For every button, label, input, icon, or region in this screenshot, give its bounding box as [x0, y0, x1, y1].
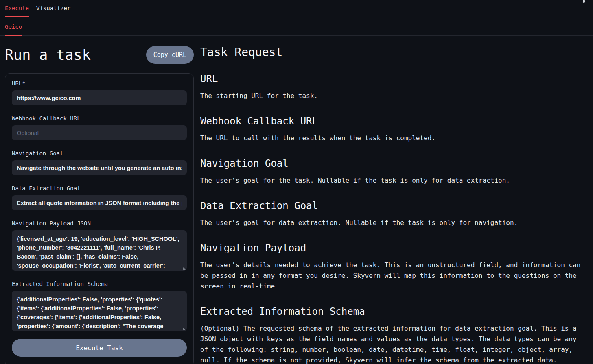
field-webhook-callback-url: Webhook Callback URL	[12, 115, 187, 140]
extracted-information-schema-textarea[interactable]: {'additionalProperties': False, 'propert…	[12, 291, 187, 331]
navigation-payload-json-textarea[interactable]: {'licensed_at_age': 19, 'education_level…	[12, 230, 187, 271]
url-label: URL*	[12, 80, 187, 87]
resize-handle-icon[interactable]	[183, 327, 186, 330]
doc-navigation-payload-heading: Navigation Payload	[200, 242, 586, 254]
field-navigation-goal: Navigation Goal	[12, 150, 187, 175]
doc-section-url: URL The starting URL for the task.	[200, 73, 586, 101]
run-task-panel: Run a task Copy cURL URL* Webhook Callba…	[5, 36, 194, 364]
navigation-goal-input[interactable]	[12, 160, 187, 175]
doc-navigation-goal-body: The user's goal for the task. Nullable i…	[200, 175, 586, 186]
task-form-card: URL* Webhook Callback URL Navigation Goa…	[5, 73, 194, 364]
doc-data-extraction-goal-heading: Data Extraction Goal	[200, 200, 586, 211]
tab-geico[interactable]: Geico	[5, 24, 22, 36]
main-tab-bar: Execute Visualizer	[0, 0, 593, 17]
scrollbar-thumb[interactable]	[583, 0, 585, 3]
execute-task-button[interactable]: Execute Task	[12, 339, 187, 357]
copy-curl-button[interactable]: Copy cURL	[146, 46, 194, 64]
webhook-callback-url-label: Webhook Callback URL	[12, 115, 187, 122]
doc-data-extraction-goal-body: The user's goal for data extraction. Nul…	[200, 218, 586, 228]
resize-handle-icon[interactable]	[183, 267, 186, 270]
field-navigation-payload-json: Navigation Payload JSON {'licensed_at_ag…	[12, 220, 187, 271]
doc-navigation-goal-heading: Navigation Goal	[200, 158, 586, 169]
doc-url-heading: URL	[200, 73, 586, 85]
data-extraction-goal-input[interactable]	[12, 195, 187, 210]
tab-execute-label: Execute	[5, 5, 29, 11]
navigation-payload-json-wrap: {'licensed_at_age': 19, 'education_level…	[12, 230, 187, 271]
doc-extracted-schema-body: (Optional) The requested schema of the e…	[200, 323, 586, 364]
task-request-title: Task Request	[200, 46, 586, 59]
navigation-payload-json-label: Navigation Payload JSON	[12, 220, 187, 227]
doc-extracted-schema-heading: Extracted Information Schema	[200, 306, 586, 317]
doc-section-webhook-callback-url: Webhook Callback URL The URL to call wit…	[200, 116, 586, 144]
field-extracted-information-schema: Extracted Information Schema {'additiona…	[12, 281, 187, 331]
tab-execute[interactable]: Execute	[5, 5, 29, 17]
doc-navigation-payload-body: The user's details needed to achieve the…	[200, 260, 586, 292]
field-url: URL*	[12, 80, 187, 105]
doc-section-navigation-goal: Navigation Goal The user's goal for the …	[200, 158, 586, 186]
url-input[interactable]	[12, 90, 187, 105]
page-title: Run a task	[5, 47, 91, 63]
tab-visualizer[interactable]: Visualizer	[36, 5, 70, 17]
data-extraction-goal-label: Data Extraction Goal	[12, 185, 187, 192]
tab-visualizer-label: Visualizer	[36, 5, 70, 11]
extracted-information-schema-label: Extracted Information Schema	[12, 281, 187, 287]
doc-webhook-body: The URL to call with the results when th…	[200, 133, 586, 144]
task-tab-bar: Geico	[0, 17, 593, 36]
navigation-goal-label: Navigation Goal	[12, 150, 187, 157]
task-request-docs: Task Request URL The starting URL for th…	[200, 36, 586, 364]
doc-url-body: The starting URL for the task.	[200, 91, 586, 101]
doc-webhook-heading: Webhook Callback URL	[200, 116, 586, 127]
field-data-extraction-goal: Data Extraction Goal	[12, 185, 187, 210]
extracted-information-schema-wrap: {'additionalProperties': False, 'propert…	[12, 291, 187, 331]
tab-geico-label: Geico	[5, 24, 22, 30]
webhook-callback-url-input[interactable]	[12, 125, 187, 140]
doc-section-data-extraction-goal: Data Extraction Goal The user's goal for…	[200, 200, 586, 228]
run-task-header: Run a task Copy cURL	[5, 46, 194, 64]
main-content: Run a task Copy cURL URL* Webhook Callba…	[0, 36, 593, 364]
doc-section-navigation-payload: Navigation Payload The user's details ne…	[200, 242, 586, 292]
doc-section-extracted-information-schema: Extracted Information Schema (Optional) …	[200, 306, 586, 364]
